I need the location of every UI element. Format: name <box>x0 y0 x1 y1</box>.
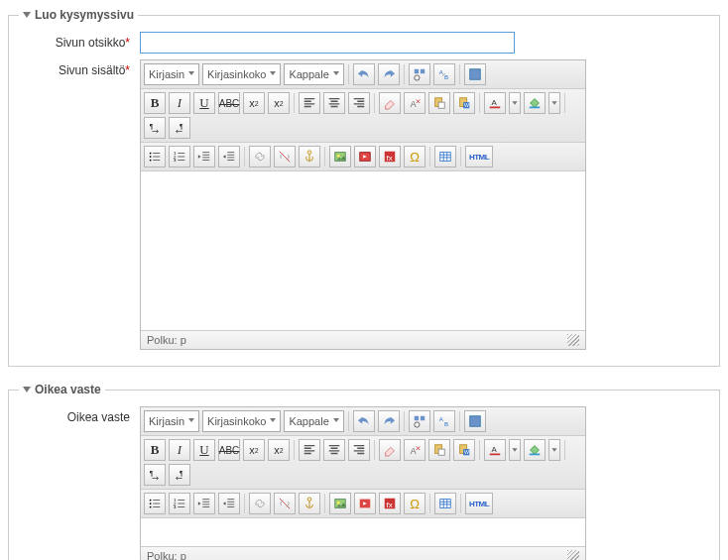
bg-color-button[interactable] <box>524 439 546 461</box>
strike-button[interactable]: ABC <box>218 439 240 461</box>
link-button[interactable] <box>249 146 271 168</box>
page-title-input[interactable] <box>140 32 515 54</box>
bullet-list-button[interactable] <box>144 493 166 514</box>
font-family-select[interactable]: Kirjasin <box>144 410 199 432</box>
ltr-button[interactable]: ¶ <box>144 464 166 486</box>
align-center-button[interactable] <box>323 92 345 114</box>
align-left-button[interactable] <box>299 439 320 461</box>
replace-button[interactable]: AB <box>433 410 455 432</box>
bg-color-drop[interactable] <box>548 439 560 461</box>
number-list-button[interactable]: 123 <box>169 493 190 514</box>
fullscreen-button[interactable] <box>464 410 486 432</box>
equation-button[interactable]: fx <box>379 146 401 168</box>
subscript-button[interactable]: x2 <box>243 439 265 461</box>
replace-button[interactable]: AB <box>433 63 455 85</box>
anchor-button[interactable] <box>299 493 320 514</box>
indent-button[interactable] <box>218 493 240 514</box>
font-size-select[interactable]: Kirjasinkoko <box>202 410 281 432</box>
bullet-list-button[interactable] <box>144 146 166 168</box>
undo-button[interactable] <box>353 410 375 432</box>
superscript-button[interactable]: x2 <box>268 92 290 114</box>
clean-button[interactable] <box>379 439 401 461</box>
svg-text:fx: fx <box>387 154 393 163</box>
response-editor-body[interactable] <box>141 518 585 546</box>
align-right-button[interactable] <box>348 92 370 114</box>
format-select[interactable]: Kappale <box>284 410 343 432</box>
number-list-button[interactable]: 123 <box>169 146 190 168</box>
svg-rect-27 <box>440 153 451 162</box>
html-button[interactable]: HTML <box>465 146 493 168</box>
superscript-button[interactable]: x2 <box>268 439 290 461</box>
redo-button[interactable] <box>378 410 400 432</box>
indent-button[interactable] <box>218 146 240 168</box>
rtl-button[interactable]: ¶ <box>169 117 190 139</box>
undo-button[interactable] <box>353 63 375 85</box>
anchor-button[interactable] <box>299 146 320 168</box>
svg-rect-40 <box>530 454 541 456</box>
ltr-button[interactable]: ¶ <box>144 117 166 139</box>
svg-text:A: A <box>439 68 444 75</box>
content-editor-body[interactable] <box>141 171 585 330</box>
paste-word-button[interactable]: W <box>453 92 475 114</box>
response-label: Oikea vaste <box>19 406 140 424</box>
text-color-drop[interactable] <box>509 92 521 114</box>
equation-button[interactable]: fx <box>379 493 401 514</box>
remove-format-button[interactable]: A <box>404 439 425 461</box>
outdent-button[interactable] <box>193 493 215 514</box>
strike-button[interactable]: ABC <box>218 92 240 114</box>
nonbreaking-button[interactable]: Ω <box>404 493 425 514</box>
svg-point-43 <box>150 500 152 502</box>
text-color-button[interactable]: A <box>484 439 506 461</box>
bg-color-drop[interactable] <box>548 92 560 114</box>
fullscreen-button[interactable] <box>464 63 486 85</box>
align-left-button[interactable] <box>299 92 320 114</box>
italic-button[interactable]: I <box>169 439 190 461</box>
find-button[interactable] <box>409 410 430 432</box>
redo-button[interactable] <box>378 63 400 85</box>
align-center-button[interactable] <box>323 439 345 461</box>
remove-format-button[interactable]: A <box>404 92 425 114</box>
bold-button[interactable]: B <box>144 439 166 461</box>
underline-button[interactable]: U <box>193 439 215 461</box>
image-button[interactable] <box>329 146 351 168</box>
unlink-button[interactable] <box>274 493 296 514</box>
svg-text:3: 3 <box>174 504 177 509</box>
rtl-button[interactable]: ¶ <box>169 464 190 486</box>
svg-rect-12 <box>530 107 541 109</box>
table-button[interactable] <box>434 146 456 168</box>
title-label: Sivun otsikko* <box>19 32 140 50</box>
svg-point-28 <box>415 422 420 427</box>
table-button[interactable] <box>434 493 456 514</box>
nonbreaking-button[interactable]: Ω <box>404 146 425 168</box>
bold-button[interactable]: B <box>144 92 166 114</box>
media-button[interactable] <box>354 146 376 168</box>
section-legend[interactable]: Oikea vaste <box>19 383 105 396</box>
underline-button[interactable]: U <box>193 92 215 114</box>
editor-toolbar-row2: B I U ABC x2 x2 A W A <box>141 89 585 143</box>
font-size-select[interactable]: Kirjasinkoko <box>202 63 281 85</box>
paste-text-button[interactable] <box>428 439 450 461</box>
resize-grip-icon[interactable] <box>567 334 579 346</box>
image-button[interactable] <box>329 493 351 514</box>
paste-word-button[interactable]: W <box>453 439 475 461</box>
outdent-button[interactable] <box>193 146 215 168</box>
section-legend[interactable]: Luo kysymyssivu <box>19 8 138 22</box>
chevron-down-icon <box>23 12 31 18</box>
font-family-select[interactable]: Kirjasin <box>144 63 199 85</box>
align-right-button[interactable] <box>348 439 370 461</box>
link-button[interactable] <box>249 493 271 514</box>
resize-grip-icon[interactable] <box>567 550 579 560</box>
italic-button[interactable]: I <box>169 92 190 114</box>
html-button[interactable]: HTML <box>465 493 493 514</box>
paste-text-button[interactable] <box>428 92 450 114</box>
format-select[interactable]: Kappale <box>284 63 343 85</box>
find-button[interactable] <box>409 63 430 85</box>
text-color-drop[interactable] <box>509 439 521 461</box>
svg-text:B: B <box>444 420 448 427</box>
clean-button[interactable] <box>379 92 401 114</box>
subscript-button[interactable]: x2 <box>243 92 265 114</box>
bg-color-button[interactable] <box>524 92 546 114</box>
media-button[interactable] <box>354 493 376 514</box>
unlink-button[interactable] <box>274 146 296 168</box>
text-color-button[interactable]: A <box>484 92 506 114</box>
